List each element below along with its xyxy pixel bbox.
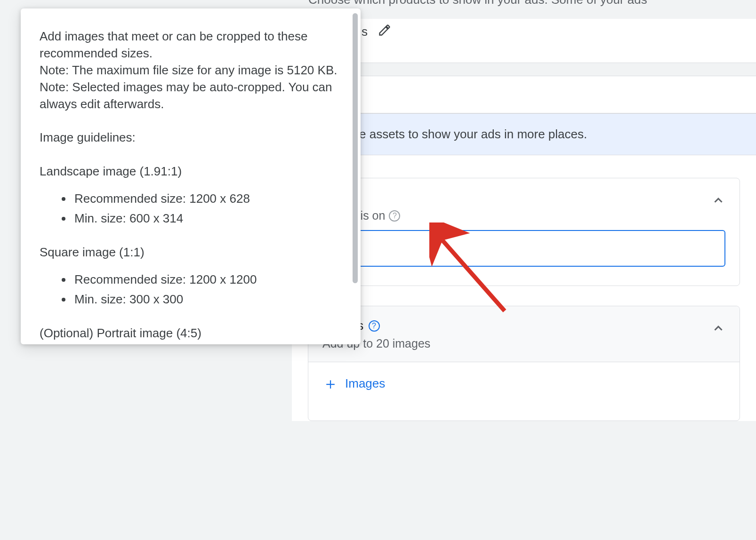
products-label-fragment: s	[362, 24, 368, 39]
final-url-input[interactable]: L	[322, 230, 725, 267]
tooltip-landscape-list: Recommended size: 1200 x 628 Min. size: …	[40, 191, 342, 227]
help-icon[interactable]: ?	[369, 320, 380, 332]
info-banner: ore assets to show your ads in more plac…	[292, 113, 756, 155]
edit-icon[interactable]	[378, 24, 391, 40]
section-white	[292, 76, 756, 113]
images-card-title-row: Images ?	[322, 318, 711, 333]
chevron-up-icon[interactable]	[711, 321, 725, 337]
tooltip-square-min: Min. size: 300 x 300	[72, 291, 342, 308]
tooltip-portrait-heading: (Optional) Portrait image (4:5)	[40, 325, 342, 342]
images-card-header-text: Images ? Add up to 20 images	[322, 318, 711, 350]
tooltip-landscape-rec: Recommended size: 1200 x 628	[72, 191, 342, 207]
tooltip-landscape-min: Min. size: 600 x 314	[72, 210, 342, 227]
url-card-title: L	[322, 191, 711, 205]
tooltip-note1: Note: The maximum file size for any imag…	[40, 62, 342, 79]
add-images-label: Images	[345, 376, 385, 391]
url-card-header-text: L ansion is on ?	[322, 191, 711, 222]
add-images-button[interactable]: ＋ Images	[322, 375, 385, 391]
tooltip-guidelines-heading: Image guidelines:	[40, 129, 342, 146]
tooltip-intro: Add images that meet or can be cropped t…	[40, 28, 342, 62]
image-guidelines-tooltip: Add images that meet or can be cropped t…	[21, 8, 361, 344]
products-row: s	[292, 19, 756, 63]
final-url-card: L ansion is on ? L	[308, 178, 740, 286]
main-content: Choose which products to show in your ad…	[292, 0, 756, 540]
images-card-subtitle: Add up to 20 images	[322, 337, 711, 350]
help-icon[interactable]: ?	[389, 210, 400, 222]
tooltip-square-heading: Square image (1:1)	[40, 244, 342, 261]
tooltip-landscape-heading: Landscape image (1.91:1)	[40, 163, 342, 180]
plus-icon: ＋	[322, 375, 338, 391]
cards-wrap: L ansion is on ? L	[292, 155, 756, 421]
section-gap	[292, 63, 756, 76]
images-card-body: ＋ Images	[308, 362, 740, 421]
url-card-subtitle: ansion is on ?	[322, 209, 711, 222]
banner-text: ore assets to show your ads in more plac…	[348, 127, 587, 141]
chevron-up-icon[interactable]	[711, 193, 725, 209]
tooltip-square-list: Recommended size: 1200 x 1200 Min. size:…	[40, 271, 342, 308]
intro-text: Choose which products to show in your ad…	[308, 0, 740, 7]
url-card-header[interactable]: L ansion is on ?	[308, 178, 740, 229]
tooltip-scrollbar[interactable]	[353, 13, 358, 283]
tooltip-note2: Note: Selected images may be auto-croppe…	[40, 79, 342, 113]
url-input-wrap: L	[308, 229, 740, 286]
images-card-header[interactable]: Images ? Add up to 20 images	[308, 306, 740, 362]
images-card: Images ? Add up to 20 images ＋ Images	[308, 306, 740, 421]
tooltip-square-rec: Recommended size: 1200 x 1200	[72, 271, 342, 288]
